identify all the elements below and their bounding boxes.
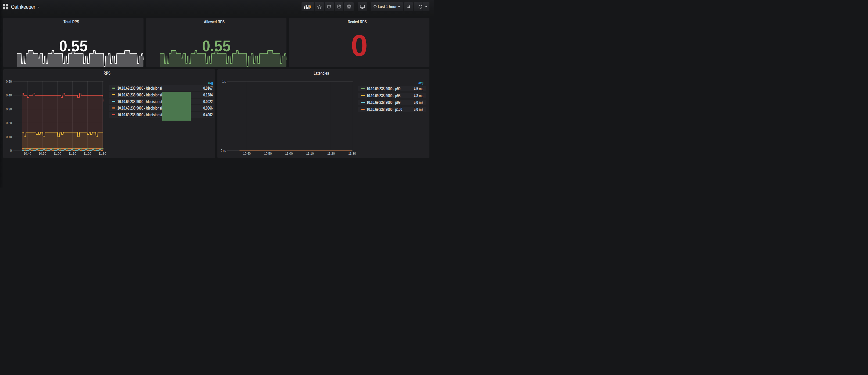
svg-text:0.30: 0.30 [6,107,12,111]
svg-text:0.50: 0.50 [6,80,12,84]
svg-text:0.20: 0.20 [6,121,12,125]
svg-text:0.40: 0.40 [6,93,12,97]
svg-text:10:40: 10:40 [243,152,250,156]
svg-text:11:20: 11:20 [84,152,91,156]
svg-text:10:40: 10:40 [24,152,31,156]
svg-text:11:00: 11:00 [54,152,61,156]
svg-text:0 ns: 0 ns [221,149,226,153]
svg-text:10:50: 10:50 [39,152,46,156]
svg-text:11:10: 11:10 [306,152,314,156]
svg-text:11:30: 11:30 [348,152,356,156]
svg-text:0: 0 [10,149,12,153]
svg-text:11:00: 11:00 [285,152,293,156]
svg-text:1 s: 1 s [222,80,226,84]
svg-text:0.10: 0.10 [6,135,12,139]
svg-text:10:50: 10:50 [264,152,272,156]
svg-text:11:10: 11:10 [68,152,76,156]
svg-text:11:20: 11:20 [327,152,335,156]
svg-text:11:30: 11:30 [99,152,106,156]
